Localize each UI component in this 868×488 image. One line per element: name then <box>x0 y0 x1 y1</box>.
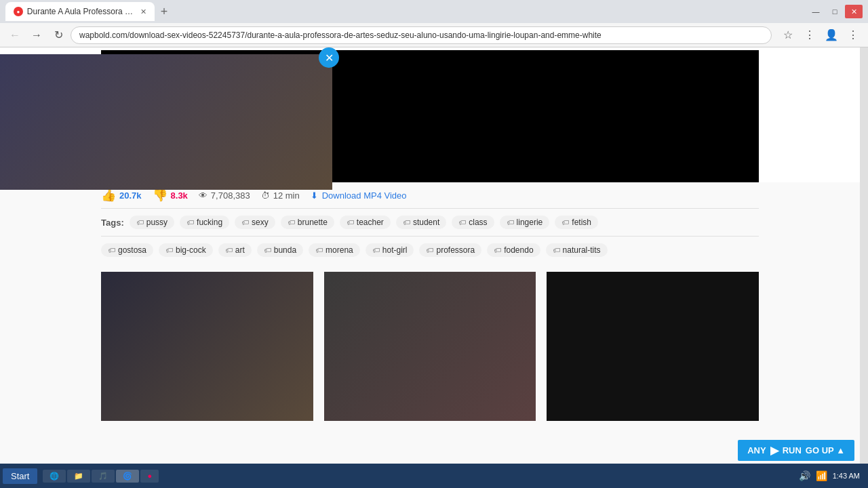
taskbar-explorer[interactable]: 📁 <box>67 470 90 483</box>
tag-big-cock[interactable]: 🏷big-cock <box>159 243 213 257</box>
tag-art[interactable]: 🏷art <box>218 243 252 257</box>
tag-bunda[interactable]: 🏷bunda <box>257 243 303 257</box>
popup-image[interactable] <box>0 54 332 190</box>
refresh-button[interactable]: ↻ <box>49 26 68 45</box>
tag-fucking[interactable]: 🏷fucking <box>180 216 229 229</box>
chrome-icon: 🌀 <box>123 472 132 481</box>
thumbs-up-icon: 👍 <box>101 188 116 203</box>
tag-icon: 🏷 <box>186 218 194 226</box>
duration-box: 12 min <box>261 190 300 201</box>
thumbnail-1[interactable] <box>101 272 313 421</box>
dislike-count: 8.3k <box>171 190 188 201</box>
tag-sexy[interactable]: 🏷sexy <box>235 216 275 229</box>
bookmark-icon[interactable]: ☆ <box>778 26 797 45</box>
folder-icon: 📁 <box>74 472 83 481</box>
scrollbar[interactable] <box>860 47 868 488</box>
tab-close-button[interactable]: ✕ <box>140 7 146 16</box>
start-button[interactable]: Start <box>3 468 37 484</box>
popup-overlay: ✕ <box>0 54 332 190</box>
tag-icon: 🏷 <box>315 246 323 254</box>
tag-natural-tits[interactable]: 🏷natural-tits <box>546 243 608 257</box>
download-label: Download MP4 Video <box>322 190 407 201</box>
tag-icon: 🏷 <box>507 218 514 226</box>
download-button[interactable]: Download MP4 Video <box>311 190 407 201</box>
account-icon[interactable]: 👤 <box>822 26 841 45</box>
views-box: 7,708,383 <box>199 190 250 201</box>
tag-lingerie[interactable]: 🏷lingerie <box>500 216 550 229</box>
anyrun-play-icon: ▶ <box>770 444 778 457</box>
address-bar[interactable]: wapbold.com/download-sex-videos-52245737… <box>71 26 772 44</box>
popup-placeholder <box>0 54 332 190</box>
tag-brunette[interactable]: 🏷brunette <box>281 216 334 229</box>
tag-morena[interactable]: 🏷morena <box>309 243 360 257</box>
tags-label: Tags: <box>101 218 124 228</box>
close-button[interactable]: ✕ <box>845 5 863 18</box>
url-text: wapbold.com/download-sex-videos-52245737… <box>79 30 763 40</box>
tag-icon: 🏷 <box>426 246 433 254</box>
tag-icon: 🏷 <box>347 218 354 226</box>
tag-icon: 🏷 <box>225 246 233 254</box>
window-controls: — □ ✕ <box>807 5 863 18</box>
tag-fetish[interactable]: 🏷fetish <box>555 216 598 229</box>
view-count: 7,708,383 <box>211 190 250 201</box>
thumbnail-2[interactable] <box>324 272 536 421</box>
media-icon: 🎵 <box>98 472 108 481</box>
tag-icon: 🏷 <box>288 218 295 226</box>
eye-icon <box>199 190 208 201</box>
taskbar-chrome[interactable]: 🌀 <box>116 470 139 483</box>
menu-icon[interactable]: ⋮ <box>800 26 819 45</box>
tag-icon: 🏷 <box>165 246 173 254</box>
thumbnail-1-image <box>101 272 313 421</box>
back-button[interactable]: ← <box>5 26 24 45</box>
tag-fodendo[interactable]: 🏷fodendo <box>487 243 540 257</box>
tag-icon: 🏷 <box>458 218 466 226</box>
tag-icon: 🏷 <box>136 218 144 226</box>
avast-icon: ● <box>147 472 152 480</box>
tags-section-1: Tags: 🏷pussy 🏷fucking 🏷sexy 🏷brunette 🏷t… <box>101 209 759 237</box>
go-up-label: GO UP ▲ <box>806 445 845 455</box>
taskbar: Start 🌐 📁 🎵 🌀 ● 🔊 📶 1:43 AM <box>0 464 868 488</box>
thumbs-down-icon: 👎 <box>153 188 167 203</box>
dislike-button[interactable]: 👎 8.3k <box>153 188 188 203</box>
forward-button[interactable]: → <box>27 26 46 45</box>
tags-section-2: 🏷gostosa 🏷big-cock 🏷art 🏷bunda 🏷morena 🏷… <box>101 237 759 264</box>
title-bar: ● Durante A Aula Professora De ✕ + — □ ✕ <box>0 0 868 23</box>
anyrun-label: ANY <box>747 445 766 455</box>
tag-icon: 🏷 <box>561 218 569 226</box>
new-tab-button[interactable]: + <box>155 2 174 21</box>
minimize-button[interactable]: — <box>807 5 825 18</box>
go-up-button[interactable]: ANY ▶ RUN GO UP ▲ <box>738 440 854 461</box>
tag-icon: 🏷 <box>108 246 115 254</box>
like-button[interactable]: 👍 20.7k <box>101 188 142 203</box>
like-count: 20.7k <box>119 190 142 201</box>
tag-professora[interactable]: 🏷professora <box>419 243 481 257</box>
taskbar-media[interactable]: 🎵 <box>92 470 115 483</box>
thumbnail-3[interactable] <box>547 272 759 421</box>
tag-icon: 🏷 <box>403 218 410 226</box>
ie-icon: 🌐 <box>50 472 59 481</box>
taskbar-ie[interactable]: 🌐 <box>43 470 66 483</box>
thumbnails-row <box>101 264 759 429</box>
tag-icon: 🏷 <box>264 246 271 254</box>
tag-pussy[interactable]: 🏷pussy <box>130 216 174 229</box>
tag-class[interactable]: 🏷class <box>452 216 494 229</box>
taskbar-items: 🌐 📁 🎵 🌀 ● <box>43 470 798 483</box>
tag-gostosa[interactable]: 🏷gostosa <box>101 243 153 257</box>
download-icon <box>311 190 318 201</box>
maximize-button[interactable]: □ <box>826 5 844 18</box>
clock-icon <box>261 190 270 201</box>
tag-hot-girl[interactable]: 🏷hot-girl <box>366 243 414 257</box>
navigation-toolbar: ← → ↻ wapbold.com/download-sex-videos-52… <box>0 23 868 47</box>
popup-close-button[interactable]: ✕ <box>319 47 339 68</box>
tag-student[interactable]: 🏷student <box>396 216 446 229</box>
settings-icon[interactable]: ⋮ <box>844 26 863 45</box>
browser-tab[interactable]: ● Durante A Aula Professora De ✕ <box>5 2 155 21</box>
duration-text: 12 min <box>273 190 300 201</box>
taskbar-avast[interactable]: ● <box>140 470 159 483</box>
taskbar-right: 🔊 📶 1:43 AM <box>799 470 860 481</box>
volume-icon[interactable]: 🔊 <box>799 470 810 481</box>
network-icon[interactable]: 📶 <box>816 470 827 481</box>
tag-teacher[interactable]: 🏷teacher <box>340 216 391 229</box>
tag-icon: 🏷 <box>553 246 560 254</box>
tag-icon: 🏷 <box>372 246 380 254</box>
